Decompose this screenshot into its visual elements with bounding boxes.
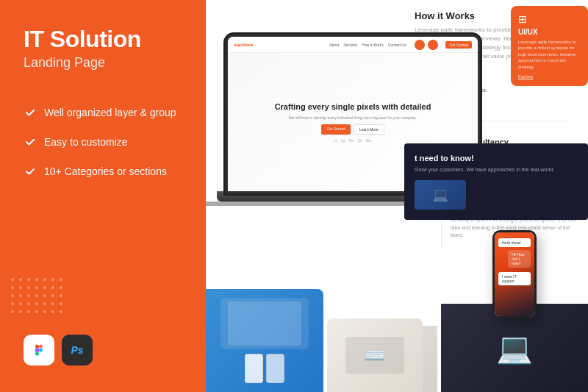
- photoshop-badge: Ps: [62, 335, 93, 366]
- right-panel: logoblem About Services How it Works Con…: [206, 0, 588, 392]
- svg-rect-3: [35, 352, 39, 356]
- dark-cta-panel: t need to know! Grow your customers. We …: [404, 143, 588, 220]
- screen-hero-sub: We will help to develop every individual…: [289, 115, 417, 120]
- tool-badges: Ps: [24, 335, 182, 366]
- dot-pattern: [11, 278, 62, 318]
- screen-nav-logo: logoblem: [234, 43, 254, 47]
- feature-label-2: Easy to customize: [44, 136, 128, 148]
- feature-item-1: Well organized layer & group: [24, 106, 182, 119]
- uiux-title: UI/UX: [518, 28, 581, 36]
- screen-hero-title: Crafting every single pixels with detail…: [275, 101, 431, 112]
- screen-hero-buttons: Get Started Learn More: [321, 124, 384, 135]
- check-icon-3: [24, 165, 37, 178]
- svg-rect-0: [35, 345, 39, 349]
- svg-point-4: [39, 349, 43, 352]
- screen-nav-cta: Get Started: [445, 41, 472, 49]
- dark-cta-title: t need to know!: [415, 154, 578, 163]
- left-top: IT Solution Landing Page Well organized …: [24, 26, 182, 178]
- screen-nav-links: About Services How it Works Contact Us: [329, 43, 406, 47]
- uiux-card: ⊞ UI/UX Leverage agile frameworks to pro…: [511, 6, 588, 86]
- feature-label-3: 10+ Categories or sections: [44, 165, 167, 177]
- brand-title: IT Solution: [24, 26, 182, 52]
- uiux-icon: ⊞: [518, 13, 581, 25]
- dark-cta-image: 💻: [415, 180, 466, 210]
- left-panel: IT Solution Landing Page Well organized …: [0, 0, 206, 392]
- svg-rect-1: [39, 345, 43, 349]
- feature-label-1: Well organized layer & group: [44, 107, 176, 118]
- check-icon-2: [24, 135, 37, 149]
- features-list: Well organized layer & group Easy to cus…: [24, 106, 182, 178]
- check-icon-1: [24, 106, 37, 119]
- phone-mockup-float: Hello there! Hi! How can I help? I need …: [492, 230, 537, 318]
- uiux-link[interactable]: Explore: [518, 74, 581, 79]
- screen-cta-primary: Get Started: [321, 124, 351, 135]
- svg-rect-2: [35, 349, 39, 352]
- photo-grid-1: [206, 289, 323, 392]
- feature-item-2: Easy to customize: [24, 135, 182, 149]
- brand-subtitle: Landing Page: [24, 55, 182, 71]
- screen-nav: logoblem About Services How it Works Con…: [228, 37, 478, 53]
- screen-cta-secondary: Learn More: [354, 124, 384, 135]
- photo-grid-2: ⌨️: [327, 318, 423, 392]
- figma-badge: [24, 335, 54, 366]
- feature-item-3: 10+ Categories or sections: [24, 165, 182, 178]
- dark-cta-body: Grow your customers. We have approaches …: [415, 166, 578, 174]
- uiux-body: Leverage agile frameworks to provide a r…: [518, 39, 581, 70]
- screen-brand-logos: LiigTwDrBe: [334, 138, 372, 143]
